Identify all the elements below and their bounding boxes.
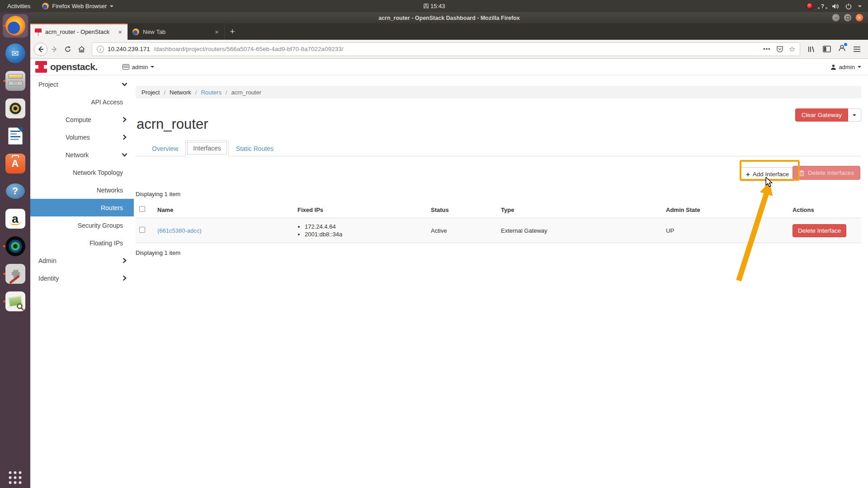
maximize-button[interactable] [844,14,852,22]
breadcrumb-separator: / [226,89,227,96]
tab-static-routes[interactable]: Static Routes [229,141,281,156]
running-indicator [3,245,5,248]
sidebar-item-network[interactable]: Network [30,146,134,164]
chevron-right-icon [122,275,127,281]
running-indicator [3,80,5,82]
close-button[interactable]: × [855,14,863,22]
app-menu[interactable]: Firefox Web Browser [38,0,118,12]
pocket-icon[interactable] [776,46,783,53]
openstack-logo-icon[interactable] [35,61,47,73]
tab-interfaces[interactable]: Interfaces [185,140,228,156]
site-info-icon[interactable]: i [97,46,104,53]
fixed-ip: 172.24.4.64 [305,223,424,230]
delete-interface-button[interactable]: Delete Interface [793,224,846,237]
breadcrumb-project: Project [142,89,160,96]
forward-button[interactable] [47,42,61,56]
firefox-account-icon[interactable] [838,44,846,54]
delete-interfaces-button[interactable]: Delete Interfaces [793,166,860,180]
sidebar-label: Admin [38,257,57,264]
tab-overview[interactable]: Overview [145,141,185,156]
breadcrumb-separator: / [164,89,165,96]
col-name: Name [154,202,294,218]
system-tray[interactable]: ? [807,3,868,9]
camera-lens-icon [5,236,25,256]
col-status: Status [427,202,497,218]
sidebar-item-network-topology[interactable]: Network Topology [30,164,134,181]
dock-item-screen-recorder[interactable] [3,235,28,258]
dock-item-ubuntu-software[interactable]: A [3,152,28,175]
interface-name-link[interactable]: (661c5380-adcc) [157,227,202,234]
sidebar-item-floating-ips[interactable]: Floating IPs [30,234,134,252]
tab-close-icon[interactable]: × [117,28,123,36]
row-checkbox[interactable] [139,227,145,233]
user-menu[interactable]: admin [830,64,861,70]
breadcrumb-routers-link[interactable]: Routers [201,89,222,96]
firefox-icon [132,28,139,35]
sidebar-item-identity[interactable]: Identity [30,269,134,287]
dock-item-rhythmbox[interactable] [3,97,28,120]
show-applications-button[interactable] [9,471,22,484]
sidebar-label: Network Topology [73,169,123,176]
dock: ✉ A ? a [0,12,30,488]
select-all-checkbox[interactable] [139,206,145,212]
bookmark-star-icon[interactable]: ☆ [789,45,795,53]
fixed-ip: 2001:db8::34a [305,231,424,238]
dock-item-firefox[interactable] [3,14,28,38]
help-icon: ? [6,183,25,199]
url-domain: 10.240.239.171 [108,46,150,52]
back-button[interactable] [34,42,47,56]
file-cabinet-icon [5,71,25,91]
document-icon [5,126,25,146]
item-count-top: Displaying 1 item [136,191,861,197]
tab-strip: acrn_router - OpenStack × New Tab × + [30,23,868,40]
new-tab-button[interactable]: + [225,23,240,40]
volume-icon [832,3,839,9]
router-detail-tabs: Overview Interfaces Static Routes [136,140,861,156]
firefox-icon [5,16,25,36]
sidebar-item-compute[interactable]: Compute [30,111,134,128]
sidebar-item-routers[interactable]: Routers [30,199,134,216]
dock-item-thunderbird[interactable]: ✉ [3,42,28,65]
sidebar-label: Floating IPs [90,239,123,247]
chevron-down-icon [858,5,862,7]
tab-close-icon[interactable]: × [214,28,220,36]
sidebar-item-project[interactable]: Project [30,75,134,93]
dock-item-screenshot-tool[interactable] [3,290,28,313]
user-label: admin [839,64,855,70]
window-titlebar[interactable]: acrn_router - OpenStack Dashboard - Mozi… [30,12,868,23]
power-icon [845,3,852,9]
minimize-button[interactable]: − [832,14,840,22]
running-indicator [3,25,5,27]
page-actions-icon[interactable]: ••• [763,46,771,52]
url-bar[interactable]: i 10.240.239.171/dashboard/project/route… [92,42,800,56]
clear-gateway-button[interactable]: Clear Gateway [795,108,848,122]
domain-selector[interactable]: admin [123,64,154,70]
dock-item-help[interactable]: ? [3,179,28,203]
activities-button[interactable]: Activities [0,0,38,12]
openstack-wordmark: openstack. [50,61,98,72]
type-cell: External Gateway [497,218,662,243]
sidebar-item-networks[interactable]: Networks [30,181,134,199]
dock-item-libreoffice-writer[interactable] [3,124,28,148]
clock[interactable]: 四 15:43 [423,2,445,10]
sidebar-item-volumes[interactable]: Volumes [30,128,134,146]
sidebar-item-admin[interactable]: Admin [30,252,134,269]
running-indicator [3,300,5,303]
dock-item-amazon[interactable]: a [3,207,28,230]
home-button[interactable] [75,42,88,56]
library-icon[interactable] [807,46,816,53]
dock-item-system-tools[interactable] [3,262,28,286]
chevron-right-icon [122,117,127,122]
dock-item-files[interactable] [3,69,28,93]
sidebar-toggle-icon[interactable] [823,46,831,52]
sidebar-item-api-access[interactable]: API Access [30,93,134,111]
sidebar-item-security-groups[interactable]: Security Groups [30,216,134,234]
hamburger-menu-icon[interactable] [853,46,861,52]
chevron-down-icon [122,152,127,158]
tab-new-tab[interactable]: New Tab × [127,23,225,40]
reload-button[interactable] [61,42,75,56]
clear-gateway-dropdown-toggle[interactable] [848,108,861,122]
tab-acrn-router[interactable]: acrn_router - OpenStack × [30,23,127,40]
table-row: (661c5380-adcc) 172.24.4.64 2001:db8::34… [136,218,861,243]
chevron-down-icon [110,5,113,7]
